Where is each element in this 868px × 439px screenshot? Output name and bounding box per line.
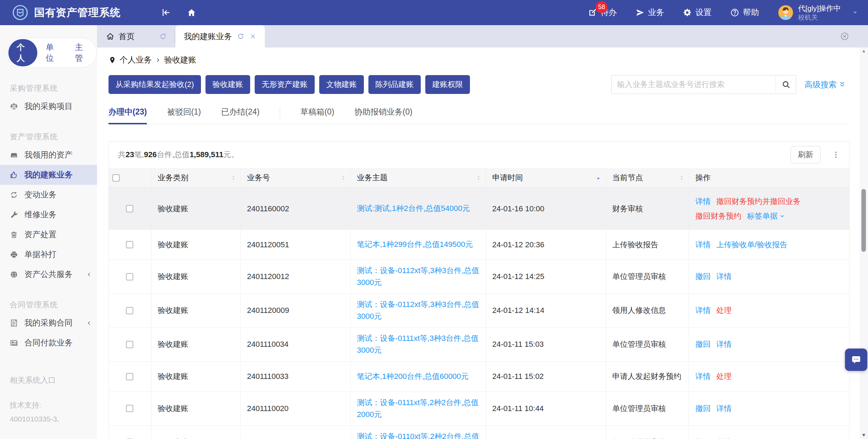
action-link[interactable]: 撤回财务预约并撤回业务 [716,196,801,207]
chat-button[interactable] [845,349,867,371]
sidebar-item[interactable]: 我领用的资产 [0,145,97,165]
subject-link[interactable]: 测试：设备-0112xt等,3种3台件,总值3000元 [357,299,481,322]
sidebar-item[interactable]: 资产处置 [0,225,97,244]
business-nav-item[interactable]: 业务 [635,7,664,18]
action-link[interactable]: 处理 [716,371,732,382]
tab-my-accounting[interactable]: 我的建账业务 [175,25,265,47]
refresh-tab-icon[interactable] [159,32,167,40]
action-link[interactable]: 撤回 [695,271,711,282]
advanced-search-link[interactable]: 高级搜索 [805,79,846,90]
close-tab-icon[interactable] [249,33,256,40]
subject-link[interactable]: 测试:测试,1种2台件,总值54000元 [357,203,470,214]
row-checkbox[interactable] [126,241,133,248]
summary-part: 元。 [223,150,239,159]
status-tab[interactable]: 办理中(23) [108,107,147,124]
search-input[interactable] [612,75,776,94]
sidebar-item[interactable]: 维修业务 [0,205,97,225]
refresh-tab-icon[interactable] [237,32,245,40]
search-button[interactable] [776,75,796,94]
todo-nav-item[interactable]: 待办 58 [588,7,616,18]
action-link[interactable]: 详情 [695,240,711,250]
more-options-icon[interactable] [832,151,840,159]
subject-link[interactable]: 笔记本,1种299台件,总值149500元 [357,239,473,250]
row-checkbox[interactable] [126,373,133,380]
sidebar-item[interactable]: 合同付款业务 [0,333,97,353]
sidebar-item[interactable]: 我的采购项目 [0,96,97,116]
table-header-cell[interactable]: 当前节点 [606,168,689,188]
row-checkbox[interactable] [126,205,133,212]
sort-icon[interactable] [231,175,236,181]
checkbox-cell [109,230,151,259]
action-button[interactable]: 验收建账 [205,75,250,94]
help-nav-item[interactable]: 帮助 [730,7,759,18]
scrollbar-thumb[interactable] [861,189,866,252]
settings-nav-item[interactable]: 设置 [683,7,711,18]
row-checkbox[interactable] [126,307,133,314]
subject-link[interactable]: 测试：设备-0110xt等,2种2台件,总值4000元 [357,431,481,439]
scroll-down-arrow-icon[interactable]: ▼ [860,432,868,438]
action-link[interactable]: 详情 [716,339,732,350]
action-link[interactable]: 撤回 [695,339,711,350]
status-tab[interactable]: 被驳回(1) [167,107,201,124]
subject-link[interactable]: 测试：设备-0111xt等,2种2台件,总值2000元 [357,397,481,420]
action-button[interactable]: 文物建账 [319,75,364,94]
action-link[interactable]: 详情 [716,271,732,282]
sort-icon[interactable] [476,175,481,181]
sidebar-item[interactable]: 变动业务 [0,185,97,205]
subject-link[interactable]: 测试：设备-0111xt等,3种3台件,总值3000元 [357,332,481,356]
chevron-left-icon[interactable] [86,320,92,326]
action-link[interactable]: 详情 [716,437,732,439]
action-link-label: 上传验收单/验收报告 [716,240,787,250]
scroll-up-arrow-icon[interactable]: ▲ [860,48,868,53]
sidebar-item[interactable]: 单据补打 [0,244,97,264]
action-link[interactable]: 标签单据 [747,211,785,221]
refresh-button[interactable]: 刷新 [791,146,821,163]
action-button[interactable]: 无形资产建账 [255,75,315,94]
apply-time-cell: 24-01-16 10:00 [486,188,606,229]
row-checkbox[interactable] [126,273,133,280]
breadcrumb-item[interactable]: 个人业务 [120,54,152,65]
action-link[interactable]: 撤回 [695,437,711,439]
table-header-cell[interactable]: 申请时间 [486,168,606,188]
action-link[interactable]: 详情 [695,196,711,207]
status-tab[interactable]: 草稿箱(0) [300,107,334,124]
select-all-checkbox[interactable] [112,174,120,182]
action-link[interactable]: 详情 [695,371,711,382]
sidebar-item[interactable]: 我的建账业务 [0,165,97,185]
action-link[interactable]: 详情 [716,403,732,414]
table-header-cell[interactable]: 业务号 [241,168,351,188]
role-tab[interactable]: 个人 [8,39,37,66]
action-link[interactable]: 撤回财务预约 [695,211,741,221]
status-tab[interactable]: 协助报销业务(0) [354,107,412,124]
action-link[interactable]: 处理 [716,305,732,316]
action-link[interactable]: 上传验收单/验收报告 [716,240,787,250]
status-tab[interactable]: 已办结(24) [221,107,260,124]
chevron-left-icon[interactable] [86,271,92,278]
close-all-tabs-icon[interactable] [840,32,849,41]
table-header-cell[interactable]: 业务类别 [151,168,241,188]
action-button[interactable]: 陈列品建账 [368,75,421,94]
role-tab[interactable]: 主管 [67,39,96,66]
subject-link[interactable]: 笔记本,1种200台件,总值60000元 [357,371,469,382]
sort-desc-icon[interactable] [595,175,601,181]
action-link[interactable]: 撤回 [695,403,711,414]
table-header-cell[interactable]: 业务主题 [351,168,486,188]
action-link[interactable]: 详情 [695,305,711,316]
sidebar-section-title: 合同管理系统 [10,300,97,310]
home-icon[interactable] [187,8,196,17]
tab-home[interactable]: 首页 [97,25,174,47]
action-button[interactable]: 建账权限 [425,75,470,94]
row-checkbox[interactable] [126,341,133,348]
sort-icon[interactable] [341,175,346,181]
chevron-down-icon[interactable] [852,9,858,16]
user-menu[interactable]: 代[gly]操作中 校机关 [778,4,858,21]
row-checkbox[interactable] [126,405,133,412]
action-button[interactable]: 从采购结果发起验收(2) [108,75,201,94]
role-tab[interactable]: 单位 [37,39,66,66]
subject-link[interactable]: 测试：设备-0112xt等,3种3台件,总值3000元 [357,265,481,288]
sidebar-item[interactable]: 我的采购合同 [0,313,97,333]
vertical-scrollbar[interactable]: ▲ ▼ [860,47,868,439]
sidebar-item[interactable]: 资产公共服务 [0,264,97,284]
collapse-sidebar-icon[interactable] [161,8,170,17]
sort-icon[interactable] [679,175,684,181]
